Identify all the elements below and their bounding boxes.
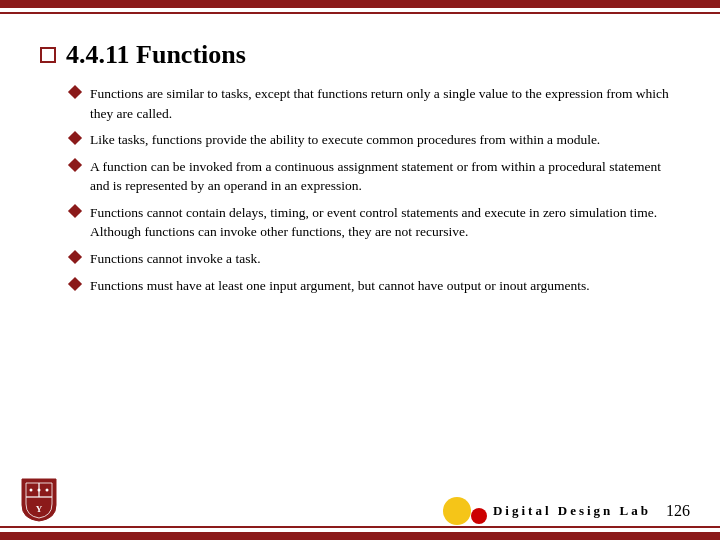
list-item: Functions are similar to tasks, except t…	[70, 84, 680, 123]
page-number: 126	[666, 502, 690, 520]
list-item: Functions cannot invoke a task.	[70, 249, 680, 269]
ddl-label: Digital Design Lab	[493, 503, 651, 519]
bottom-bar	[0, 532, 720, 540]
bullet-diamond-icon	[68, 158, 82, 172]
section-square-icon	[40, 47, 56, 63]
bullet-diamond-icon	[68, 276, 82, 290]
top-line	[0, 12, 720, 14]
bottom-line	[0, 526, 720, 528]
svg-point-2	[30, 489, 33, 492]
bullet-text: Like tasks, functions provide the abilit…	[90, 130, 680, 150]
bullet-text: Functions must have at least one input a…	[90, 276, 680, 296]
bullet-list: Functions are similar to tasks, except t…	[40, 84, 680, 295]
bullet-diamond-icon	[68, 85, 82, 99]
list-item: Like tasks, functions provide the abilit…	[70, 130, 680, 150]
svg-point-3	[38, 489, 41, 492]
section-heading: 4.4.11 Functions	[66, 40, 246, 70]
bullet-diamond-icon	[68, 204, 82, 218]
bullet-text: Functions are similar to tasks, except t…	[90, 84, 680, 123]
bullet-diamond-icon	[68, 131, 82, 145]
list-item: A function can be invoked from a continu…	[70, 157, 680, 196]
ddl-logo: Digital Design Lab	[443, 496, 651, 526]
bullet-text: A function can be invoked from a continu…	[90, 157, 680, 196]
slide: 4.4.11 Functions Functions are similar t…	[0, 0, 720, 540]
ddl-circles-icon	[443, 496, 487, 526]
top-bar	[0, 0, 720, 8]
bullet-text: Functions cannot contain delays, timing,…	[90, 203, 680, 242]
list-item: Functions cannot contain delays, timing,…	[70, 203, 680, 242]
bullet-text: Functions cannot invoke a task.	[90, 249, 680, 269]
svg-point-4	[46, 489, 49, 492]
section-title: 4.4.11 Functions	[40, 40, 680, 70]
slide-content: 4.4.11 Functions Functions are similar t…	[20, 20, 700, 520]
bullet-diamond-icon	[68, 250, 82, 264]
list-item: Functions must have at least one input a…	[70, 276, 680, 296]
circle-big-icon	[443, 497, 471, 525]
circle-small-icon	[471, 508, 487, 524]
footer: Digital Design Lab 126	[0, 496, 720, 526]
